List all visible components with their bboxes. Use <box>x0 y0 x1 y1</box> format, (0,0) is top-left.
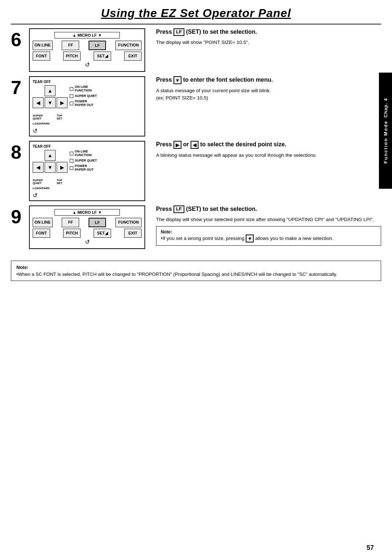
right-sidebar: Chap. 4 Function Mode <box>379 73 392 189</box>
sq-label-7: SUPER QUIET <box>33 109 44 120</box>
cursor-6: ↺ <box>33 61 142 68</box>
down-btn-7[interactable]: ▼ <box>45 97 56 108</box>
up-btn-8[interactable]: ▲ <box>45 150 56 161</box>
step-7-desc: Press ▼ to enter the font selection menu… <box>152 76 381 102</box>
step-6-title: Press LF (SET) to set the selection. <box>156 28 381 36</box>
page-number: 57 <box>367 544 374 552</box>
step-6-number: 6 <box>11 30 29 49</box>
down-key-7: ▼ <box>173 76 181 84</box>
step-9-panel: ▲ MICRO LF ▼ ON LINE FF LF FUNCTION FONT… <box>29 205 145 249</box>
step-9-detail: The display will show your selected poin… <box>156 216 381 223</box>
set-label-9: SET◢ <box>94 229 111 238</box>
empty-7-3 <box>45 109 56 120</box>
step-8-panel: TEAR OFF ▲ ◀ ▼ ▶ SUPER QUIET TOF SET LOA… <box>29 141 145 201</box>
step-8-title: Press ▶ or ◀ to select the desired point… <box>156 141 381 149</box>
left-key-8: ◀ <box>191 141 199 149</box>
pitch-label-6: PITCH <box>63 52 81 61</box>
left-btn-7[interactable]: ◀ <box>33 97 44 108</box>
top-row-6: ON LINE FF LF FUNCTION <box>33 41 142 50</box>
ind-text-online-7: ON LINEFUNCTION <box>75 85 92 93</box>
empty-8-3 <box>45 174 56 185</box>
tearoff-8: TEAR OFF <box>33 144 142 148</box>
empty-7-2 <box>57 85 68 96</box>
bottom-row-6: FONT PITCH SET◢ EXIT <box>33 52 142 61</box>
indicators-7: ON LINEFUNCTION SUPER QUIET POWERPAPER O… <box>70 85 97 134</box>
bottom-row-9: FONT PITCH SET◢ EXIT <box>33 229 142 238</box>
right-btn-7[interactable]: ▶ <box>57 97 68 108</box>
arrow-layout-7: ▲ ◀ ▼ ▶ SUPER QUIET TOF SET LOAD/PARK ↺ <box>33 85 142 134</box>
ind-text-online-8: ON LINEFUNCTION <box>75 150 92 157</box>
arrow-keys-7: ▲ ◀ ▼ ▶ SUPER QUIET TOF SET <box>33 85 68 120</box>
ind-sq-8: SUPER QUIET <box>70 159 97 163</box>
function-btn-9[interactable]: FUNCTION <box>115 218 142 227</box>
ind-text-power-7: POWERPAPER OUT <box>75 100 94 107</box>
lf-btn-9[interactable]: LF <box>89 218 106 227</box>
ind-power-7: POWERPAPER OUT <box>70 100 97 107</box>
step-6-panel: ▲ MICRO LF ▼ ON LINE FF LF FUNCTION FONT… <box>29 28 145 72</box>
bottom-note-text: •When a SC FONT is selected, PITCH will … <box>16 272 376 277</box>
lf-key-9: LF <box>173 205 184 213</box>
cursor-8: ↺ <box>33 192 68 199</box>
ff-btn-6[interactable]: FF <box>62 41 79 50</box>
tearoff-7: TEAR OFF <box>33 80 142 84</box>
online-btn-6[interactable]: ON LINE <box>33 41 53 50</box>
font-label-6: FONT <box>33 52 50 61</box>
font-label-9: FONT <box>33 229 50 238</box>
up-btn-7[interactable]: ▲ <box>45 85 56 96</box>
bottom-note-title: Note: <box>16 265 376 270</box>
empty-8-1 <box>33 150 44 161</box>
ind-box-power-8 <box>70 166 73 170</box>
ind-box-sq-8 <box>70 159 73 163</box>
main-content: 6 ▲ MICRO LF ▼ ON LINE FF LF FUNCTION FO… <box>0 25 392 257</box>
exit-label-6: EXIT <box>124 52 142 61</box>
empty-8-2 <box>57 150 68 161</box>
step-7-title: Press ▼ to enter the font selection menu… <box>156 76 381 84</box>
step-6-detail: The display will show "POINT SIZE= 10.5"… <box>156 39 381 46</box>
step-9-note-text: •If you set a wrong point size, pressing… <box>161 234 376 242</box>
ind-sq-7: SUPER QUIET <box>70 94 97 98</box>
step-8-desc: Press ▶ or ◀ to select the desired point… <box>152 141 381 159</box>
step-7-detail: A status message of your current point s… <box>156 87 381 102</box>
step-7-panel: TEAR OFF ▲ ◀ ▼ ▶ SUPER QUIET <box>29 76 145 136</box>
down-btn-8[interactable]: ▼ <box>45 162 56 173</box>
ind-text-sq-7: SUPER QUIET <box>75 94 97 98</box>
step-9-number: 9 <box>11 207 29 226</box>
lf-key-6: LF <box>173 28 184 36</box>
ind-box-power-7 <box>70 102 73 105</box>
tofset-label-8: TOF SET <box>57 174 68 185</box>
bottom-note: Note: •When a SC FONT is selected, PITCH… <box>11 261 381 281</box>
loadpark-7: LOAD/PARK <box>33 122 68 125</box>
empty-7-1 <box>33 85 44 96</box>
left-btn-8[interactable]: ◀ <box>33 162 44 173</box>
ind-online-8: ON LINEFUNCTION <box>70 150 97 157</box>
tofset-label-7: TOF SET <box>57 109 68 120</box>
step-9-row: 9 ▲ MICRO LF ▼ ON LINE FF LF FUNCTION FO… <box>11 205 381 249</box>
indicators-8: ON LINEFUNCTION SUPER QUIET POWERPAPER O… <box>70 150 97 199</box>
lf-btn-6[interactable]: LF <box>89 41 106 50</box>
ind-box-online-7 <box>70 87 73 91</box>
step-7-number: 7 <box>11 78 29 97</box>
sidebar-func: Function Mode <box>383 121 388 163</box>
step-6-row: 6 ▲ MICRO LF ▼ ON LINE FF LF FUNCTION FO… <box>11 28 381 72</box>
arrow-keys-8: ▲ ◀ ▼ ▶ SUPER QUIET TOF SET <box>33 150 68 185</box>
ff-btn-9[interactable]: FF <box>62 218 79 227</box>
online-btn-9[interactable]: ON LINE <box>33 218 53 227</box>
right-key-8: ▶ <box>173 141 181 149</box>
cursor-7: ↺ <box>33 127 68 134</box>
ind-online-7: ON LINEFUNCTION <box>70 85 97 93</box>
set-label-6: SET◢ <box>94 52 111 61</box>
step-6-desc: Press LF (SET) to set the selection. The… <box>152 28 381 46</box>
step-9-note-title: Note: <box>161 229 376 234</box>
step-9-desc: Press LF (SET) to set the selection. The… <box>152 205 381 246</box>
arrow-layout-8: ▲ ◀ ▼ ▶ SUPER QUIET TOF SET LOAD/PARK ↺ <box>33 150 142 199</box>
step-7-row: 7 TEAR OFF ▲ ◀ ▼ ▶ SUPER QUIET <box>11 76 381 136</box>
step-9-title: Press LF (SET) to set the selection. <box>156 205 381 213</box>
step-8-detail: A blinking status message will appear as… <box>156 152 381 159</box>
step-9-note: Note: •If you set a wrong point size, pr… <box>156 226 381 246</box>
exit-label-9: EXIT <box>124 229 142 238</box>
right-btn-8[interactable]: ▶ <box>57 162 68 173</box>
function-btn-6[interactable]: FUNCTION <box>115 41 142 50</box>
loadpark-8: LOAD/PARK <box>33 187 68 190</box>
page-title: Using the EZ Set Operator Panel <box>11 7 381 20</box>
ind-power-8: POWERPAPER OUT <box>70 164 97 172</box>
